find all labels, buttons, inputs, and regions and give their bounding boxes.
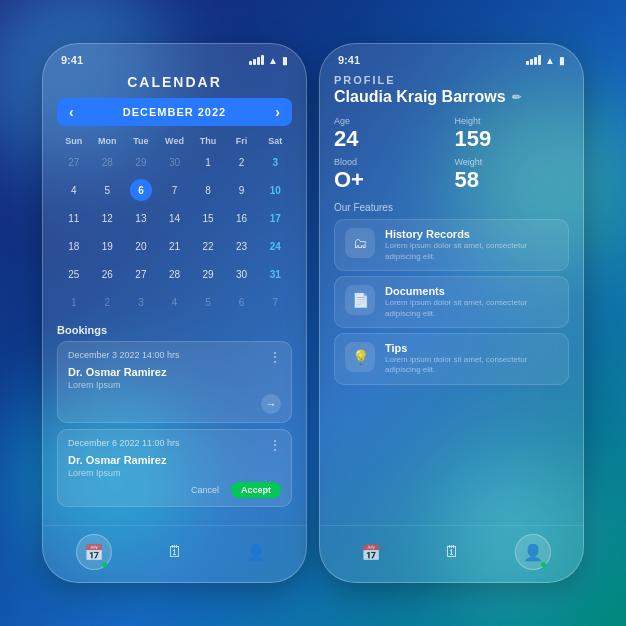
calendar-day-cell[interactable]: 1 xyxy=(57,288,91,316)
calendar-title: CALENDAR xyxy=(57,74,292,90)
nav-schedule-button[interactable]: 🗓 xyxy=(157,534,193,570)
calendar-day-cell[interactable]: 31 xyxy=(258,260,292,288)
profile-phone: 9:41 ▲ ▮ PROFILE Claudia Kraig Barrows ✏ xyxy=(319,43,584,583)
calendar-day-cell[interactable]: 19 xyxy=(91,232,125,260)
stat-height-value: 159 xyxy=(455,127,570,151)
calendar-day-cell[interactable]: 22 xyxy=(191,232,225,260)
calendar-day-cell[interactable]: 6 xyxy=(124,176,158,204)
calendar-day-cell[interactable]: 16 xyxy=(225,204,259,232)
calendar-week-row: 18192021222324 xyxy=(57,232,292,260)
feature-documents[interactable]: 📄 Documents Lorem ipsum dolor sit amet, … xyxy=(334,276,569,328)
status-time-profile: 9:41 xyxy=(338,54,360,66)
calendar-phone: 9:41 ▲ ▮ CALENDAR ‹ DECEMBER 2022 › xyxy=(42,43,307,583)
calendar-week-row: 27282930123 xyxy=(57,148,292,176)
next-month-button[interactable]: › xyxy=(275,104,280,120)
calendar-day-cell[interactable]: 8 xyxy=(191,176,225,204)
calendar-day-cell[interactable]: 20 xyxy=(124,232,158,260)
calendar-bottom-nav: 📅 🗓 👤 xyxy=(43,525,306,582)
edit-profile-button[interactable]: ✏ xyxy=(512,91,521,104)
calendar-day-cell[interactable]: 4 xyxy=(158,288,192,316)
weekday-header: Sat xyxy=(258,134,292,148)
calendar-day-cell[interactable]: 5 xyxy=(191,288,225,316)
booking-menu-1[interactable]: ⋮ xyxy=(269,350,281,364)
nav-calendar-button-p[interactable]: 📅 xyxy=(353,534,389,570)
calendar-day-cell[interactable]: 24 xyxy=(258,232,292,260)
phones-container: 9:41 ▲ ▮ CALENDAR ‹ DECEMBER 2022 › xyxy=(42,43,584,583)
accept-button[interactable]: Accept xyxy=(231,482,281,498)
calendar-day-cell[interactable]: 3 xyxy=(124,288,158,316)
feature-documents-text: Documents Lorem ipsum dolor sit amet, co… xyxy=(385,285,558,319)
booking-date-2: December 6 2022 11:00 hrs xyxy=(68,438,180,448)
calendar-day-cell[interactable]: 29 xyxy=(191,260,225,288)
features-label: Our Features xyxy=(334,202,569,213)
calendar-day-cell[interactable]: 28 xyxy=(158,260,192,288)
signal-bar-p1 xyxy=(526,61,529,65)
prev-month-button[interactable]: ‹ xyxy=(69,104,74,120)
battery-icon-profile: ▮ xyxy=(559,55,565,66)
calendar-week-row: 1234567 xyxy=(57,288,292,316)
calendar-day-cell[interactable]: 6 xyxy=(225,288,259,316)
booking-menu-2[interactable]: ⋮ xyxy=(269,438,281,452)
nav-profile-button[interactable]: 👤 xyxy=(238,534,274,570)
calendar-content: CALENDAR ‹ DECEMBER 2022 › SunMonTueWedT… xyxy=(43,70,306,525)
feature-tips-desc: Lorem ipsum dolor sit amet, consectetur … xyxy=(385,355,558,376)
calendar-day-cell[interactable]: 26 xyxy=(91,260,125,288)
weekday-header: Tue xyxy=(124,134,158,148)
cancel-button[interactable]: Cancel xyxy=(185,482,225,498)
calendar-day-cell[interactable]: 1 xyxy=(191,148,225,176)
calendar-week-row: 45678910 xyxy=(57,176,292,204)
wifi-icon-profile: ▲ xyxy=(545,55,555,66)
calendar-day-cell[interactable]: 3 xyxy=(258,148,292,176)
calendar-day-cell[interactable]: 28 xyxy=(91,148,125,176)
calendar-day-cell[interactable]: 4 xyxy=(57,176,91,204)
signal-bar-p4 xyxy=(538,55,541,65)
feature-documents-title: Documents xyxy=(385,285,558,297)
calendar-day-cell[interactable]: 13 xyxy=(124,204,158,232)
calendar-day-cell[interactable]: 12 xyxy=(91,204,125,232)
calendar-day-cell[interactable]: 30 xyxy=(158,148,192,176)
nav-schedule-button-p[interactable]: 🗓 xyxy=(434,534,470,570)
stat-age-value: 24 xyxy=(334,127,449,151)
signal-bar-1 xyxy=(249,61,252,65)
signal-bars xyxy=(249,55,264,65)
calendar-day-cell[interactable]: 11 xyxy=(57,204,91,232)
calendar-week-row: 11121314151617 xyxy=(57,204,292,232)
calendar-day-cell[interactable]: 18 xyxy=(57,232,91,260)
profile-nav-icon-p: 👤 xyxy=(523,543,543,562)
booking-header-2: December 6 2022 11:00 hrs ⋮ xyxy=(68,438,281,452)
calendar-day-cell[interactable]: 21 xyxy=(158,232,192,260)
booking-lorem-2: Lorem Ipsum xyxy=(68,468,281,478)
feature-history-desc: Lorem ipsum dolor sit amet, consectetur … xyxy=(385,241,558,262)
schedule-nav-icon-p: 🗓 xyxy=(444,543,460,561)
nav-profile-button-p[interactable]: 👤 xyxy=(515,534,551,570)
calendar-day-cell[interactable]: 2 xyxy=(225,148,259,176)
calendar-day-cell[interactable]: 7 xyxy=(258,288,292,316)
calendar-day-cell[interactable]: 25 xyxy=(57,260,91,288)
booking-date-1: December 3 2022 14:00 hrs xyxy=(68,350,180,360)
calendar-day-cell[interactable]: 23 xyxy=(225,232,259,260)
calendar-day-cell[interactable]: 29 xyxy=(124,148,158,176)
calendar-day-cell[interactable]: 27 xyxy=(124,260,158,288)
calendar-day-cell[interactable]: 2 xyxy=(91,288,125,316)
signal-bar-3 xyxy=(257,57,260,65)
booking-arrow-1[interactable]: → xyxy=(261,394,281,414)
profile-name: Claudia Kraig Barrows xyxy=(334,88,506,106)
bookings-label: Bookings xyxy=(57,324,292,336)
booking-card-2: December 6 2022 11:00 hrs ⋮ Dr. Osmar Ra… xyxy=(57,429,292,507)
calendar-day-cell[interactable]: 14 xyxy=(158,204,192,232)
weekday-header: Wed xyxy=(158,134,192,148)
weekday-header: Sun xyxy=(57,134,91,148)
nav-calendar-button[interactable]: 📅 xyxy=(76,534,112,570)
calendar-day-cell[interactable]: 9 xyxy=(225,176,259,204)
calendar-day-cell[interactable]: 15 xyxy=(191,204,225,232)
feature-tips[interactable]: 💡 Tips Lorem ipsum dolor sit amet, conse… xyxy=(334,333,569,385)
feature-history[interactable]: 🗂 History Records Lorem ipsum dolor sit … xyxy=(334,219,569,271)
month-nav: ‹ DECEMBER 2022 › xyxy=(57,98,292,126)
status-icons-calendar: ▲ ▮ xyxy=(249,55,288,66)
calendar-day-cell[interactable]: 17 xyxy=(258,204,292,232)
calendar-day-cell[interactable]: 5 xyxy=(91,176,125,204)
calendar-day-cell[interactable]: 30 xyxy=(225,260,259,288)
calendar-day-cell[interactable]: 7 xyxy=(158,176,192,204)
calendar-day-cell[interactable]: 27 xyxy=(57,148,91,176)
calendar-day-cell[interactable]: 10 xyxy=(258,176,292,204)
